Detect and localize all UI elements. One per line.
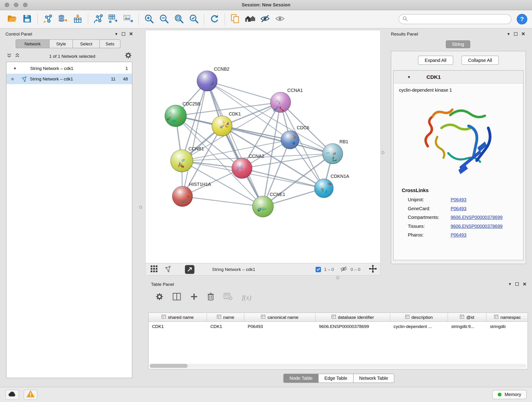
zoom-out-button[interactable] bbox=[157, 12, 171, 26]
export-image-button[interactable] bbox=[121, 12, 136, 26]
tab-style[interactable]: Style bbox=[49, 39, 73, 48]
selected-checkbox-icon[interactable] bbox=[316, 267, 321, 272]
table-row[interactable]: CDK1 CDK1 P06493 9606.ENSP00000378699 cy… bbox=[149, 322, 528, 331]
help-button[interactable]: ? bbox=[517, 14, 527, 25]
network-share-icon[interactable] bbox=[165, 266, 171, 273]
network-node-CCNA1[interactable]: CCNA1 bbox=[270, 88, 303, 113]
network-node-HIST1H1A[interactable]: HIST1H1A bbox=[172, 182, 211, 206]
import-network-from-file-button[interactable] bbox=[40, 12, 55, 26]
left-splitter-handle[interactable] bbox=[139, 206, 142, 209]
horizontal-scrollbar[interactable] bbox=[150, 364, 526, 368]
close-panel-icon[interactable]: ✕ bbox=[521, 31, 525, 37]
save-session-button[interactable] bbox=[20, 12, 35, 26]
maximize-panel-icon[interactable] bbox=[514, 32, 518, 36]
zoom-in-button[interactable] bbox=[142, 12, 157, 26]
memory-button[interactable]: Memory bbox=[492, 390, 526, 399]
network-graph[interactable]: CCNB2CCNA1CDC25BCDK1CDC6RB1CCNB1CCNA2CDK… bbox=[146, 30, 380, 263]
tab-edge-table[interactable]: Edge Table bbox=[318, 374, 353, 383]
float-panel-icon[interactable]: ▼ bbox=[507, 32, 510, 36]
network-node-CDK1[interactable]: CDK1 bbox=[212, 111, 241, 136]
tab-select[interactable]: Select bbox=[73, 39, 100, 48]
minimize-window-button[interactable] bbox=[14, 3, 18, 7]
table-cell[interactable]: cyclin-dependent ... bbox=[390, 322, 448, 331]
maximize-panel-icon[interactable] bbox=[515, 282, 519, 286]
network-node-CDKN1A[interactable]: CDKN1A bbox=[314, 174, 349, 198]
delete-column-trash-icon[interactable] bbox=[207, 293, 214, 302]
grid-view-icon[interactable] bbox=[150, 265, 158, 274]
show-columns-icon[interactable] bbox=[173, 293, 181, 302]
float-panel-icon[interactable]: ▼ bbox=[508, 282, 512, 286]
network-options-gear-icon[interactable] bbox=[125, 52, 132, 60]
column-header[interactable]: database identifier bbox=[316, 313, 390, 321]
table-settings-gear-icon[interactable] bbox=[156, 293, 163, 302]
new-network-from-table-button[interactable] bbox=[106, 12, 121, 26]
zoom-selected-button[interactable] bbox=[186, 12, 201, 26]
crosslink-compartments-link[interactable]: 9606.ENSP00000378699 bbox=[451, 215, 503, 220]
import-table-from-file-button[interactable] bbox=[70, 12, 85, 26]
network-node-CDC6[interactable]: CDC6 bbox=[281, 125, 309, 149]
collapse-all-tree-icon[interactable] bbox=[7, 53, 12, 59]
show-all-button[interactable] bbox=[272, 12, 287, 26]
right-splitter-handle[interactable] bbox=[381, 151, 385, 154]
float-panel-icon[interactable]: ▼ bbox=[114, 32, 118, 36]
scrollbar-thumb[interactable] bbox=[150, 364, 188, 368]
table-cell[interactable]: P06493 bbox=[244, 322, 316, 331]
string-tab-badge[interactable]: String bbox=[446, 40, 470, 48]
import-network-from-database-button[interactable] bbox=[55, 12, 70, 26]
column-header[interactable]: description bbox=[390, 313, 448, 321]
close-panel-icon[interactable]: ✕ bbox=[523, 281, 526, 287]
bottom-splitter-handle[interactable] bbox=[336, 276, 339, 279]
tab-node-table[interactable]: Node Table bbox=[283, 374, 319, 383]
warnings-button[interactable] bbox=[24, 389, 37, 400]
network-row-selected[interactable]: String Network – cdk1 11 48 bbox=[6, 74, 132, 84]
cloud-status-button[interactable] bbox=[6, 389, 19, 400]
hide-selected-button[interactable] bbox=[258, 12, 272, 26]
collapse-entry-icon[interactable]: ▼ bbox=[407, 75, 411, 79]
table-cell[interactable]: CDK1 bbox=[207, 322, 244, 331]
network-node-CCNB1[interactable]: CCNB1 bbox=[171, 146, 204, 172]
column-header[interactable]: canonical name bbox=[244, 313, 316, 321]
network-canvas[interactable]: CCNB2CCNA1CDC25BCDK1CDC6RB1CCNB1CCNA2CDK… bbox=[146, 30, 380, 263]
close-window-button[interactable] bbox=[5, 3, 9, 7]
tab-sets[interactable]: Sets bbox=[99, 39, 120, 48]
network-collection-row[interactable]: ▼ String Network – cdk1 1 bbox=[6, 63, 132, 74]
table-cell[interactable]: stringdb bbox=[487, 322, 528, 331]
expand-all-button[interactable]: Expand All bbox=[418, 56, 453, 65]
collection-disclosure-icon[interactable]: ▼ bbox=[13, 66, 17, 70]
column-header[interactable]: shared name bbox=[149, 313, 207, 321]
crosslink-uniprot-link[interactable]: P06493 bbox=[451, 197, 467, 202]
search-input[interactable] bbox=[410, 17, 507, 22]
expand-all-tree-icon[interactable] bbox=[15, 53, 20, 59]
crosslink-genecard-link[interactable]: P06493 bbox=[451, 206, 467, 211]
delete-table-icon[interactable] bbox=[224, 293, 233, 302]
function-builder-icon[interactable]: f(x) bbox=[242, 293, 251, 301]
node-detail-header[interactable]: ▼ CDK1 bbox=[394, 70, 523, 83]
apply-layout-button[interactable] bbox=[207, 12, 222, 26]
table-cell[interactable]: 9606.ENSP00000378699 bbox=[316, 322, 390, 331]
collapse-all-button[interactable]: Collapse All bbox=[461, 56, 499, 65]
first-neighbors-button[interactable] bbox=[243, 12, 258, 26]
table-cell[interactable]: CDK1 bbox=[149, 322, 207, 331]
tab-network[interactable]: Network bbox=[16, 39, 50, 48]
detach-view-button[interactable] bbox=[185, 265, 194, 274]
column-header[interactable]: @id bbox=[448, 313, 487, 321]
crosslink-pharos-link[interactable]: P06493 bbox=[451, 232, 467, 237]
open-session-button[interactable] bbox=[5, 12, 20, 26]
zoom-fit-button[interactable] bbox=[171, 12, 186, 26]
network-node-CCNB2[interactable]: CCNB2 bbox=[197, 66, 229, 91]
new-network-button[interactable] bbox=[91, 12, 106, 26]
network-node-CDC25B[interactable]: CDC25B bbox=[165, 101, 200, 127]
crosslink-tissues-link[interactable]: 9606.ENSP00000378699 bbox=[451, 223, 503, 229]
tab-network-table[interactable]: Network Table bbox=[353, 374, 394, 383]
maximize-panel-icon[interactable] bbox=[122, 32, 125, 36]
hidden-eye-slash-icon[interactable] bbox=[340, 266, 348, 273]
table-cell[interactable]: stringdb:9... bbox=[448, 322, 487, 331]
maximize-window-button[interactable] bbox=[23, 3, 27, 7]
network-node-RB1[interactable]: RB1 bbox=[323, 139, 348, 164]
add-column-plus-icon[interactable] bbox=[190, 293, 198, 302]
close-panel-icon[interactable]: ✕ bbox=[129, 31, 133, 37]
pan-crosshair-icon[interactable] bbox=[369, 265, 377, 274]
column-header[interactable]: namespac bbox=[487, 313, 528, 321]
column-header[interactable]: name bbox=[207, 313, 244, 321]
clone-network-button[interactable] bbox=[228, 12, 243, 26]
